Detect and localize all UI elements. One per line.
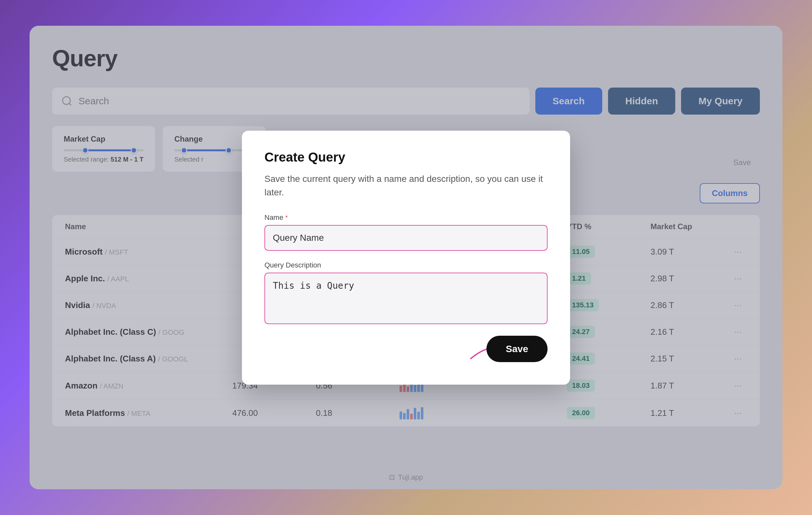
query-name-input[interactable] bbox=[264, 225, 548, 251]
description-form-group: Query Description This is a Query bbox=[264, 261, 548, 325]
modal-footer: Save bbox=[264, 336, 548, 362]
create-query-modal: Create Query Save the current query with… bbox=[242, 131, 570, 385]
modal-description: Save the current query with a name and d… bbox=[264, 172, 548, 199]
modal-title: Create Query bbox=[264, 150, 548, 164]
description-label: Query Description bbox=[264, 261, 548, 269]
name-label: Name * bbox=[264, 213, 548, 222]
modal-save-button[interactable]: Save bbox=[487, 336, 548, 362]
modal-overlay: Create Query Save the current query with… bbox=[30, 26, 782, 489]
query-description-textarea[interactable]: This is a Query bbox=[264, 273, 548, 324]
app-window: Query Search Hidden My Query Market Cap … bbox=[30, 26, 782, 489]
name-form-group: Name * bbox=[264, 213, 548, 251]
